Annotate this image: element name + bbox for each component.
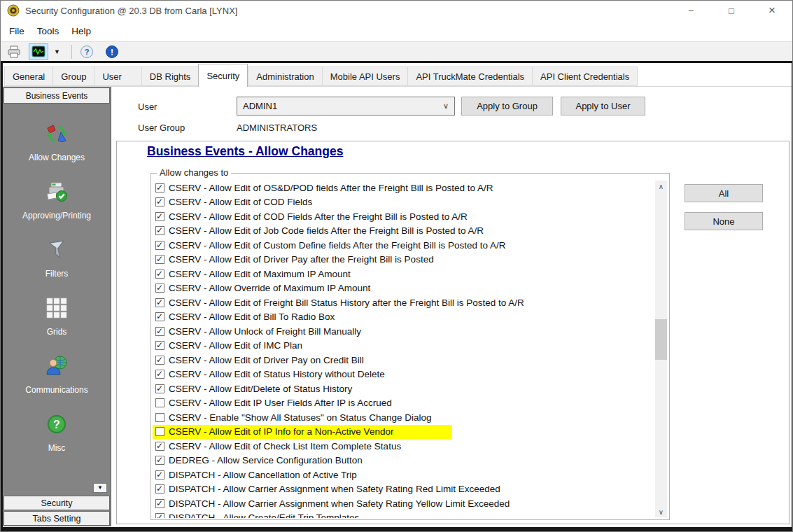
checkbox[interactable]: [155, 183, 164, 192]
list-item[interactable]: CSERV - Allow Edit of Check List Item Co…: [153, 439, 654, 454]
menu-file[interactable]: File: [3, 22, 31, 40]
checkbox[interactable]: [155, 197, 164, 206]
checkbox[interactable]: [155, 327, 164, 336]
list-item[interactable]: CSERV - Enable "Show All Statuses" on St…: [153, 410, 654, 425]
print-button[interactable]: [5, 43, 23, 60]
checkbox[interactable]: [155, 255, 164, 264]
list-item[interactable]: CSERV - Allow Edit of Job Code fields Af…: [153, 224, 654, 239]
list-item-label: CSERV - Allow Edit of IP Info for a Non-…: [169, 426, 393, 437]
scroll-down-icon[interactable]: ∨: [655, 506, 667, 517]
list-item-label: CSERV - Enable "Show All Statuses" on St…: [169, 412, 432, 423]
checkbox[interactable]: [155, 384, 164, 393]
all-button[interactable]: All: [685, 184, 763, 202]
question-icon: ?: [44, 412, 69, 437]
sidebar-item-approving-printing[interactable]: Approving/Printing: [22, 179, 91, 220]
badge-icon: [7, 4, 20, 17]
checkbox[interactable]: [155, 356, 164, 365]
checkbox[interactable]: [155, 212, 164, 221]
tab-mobile-api-users[interactable]: Mobile API Users: [322, 66, 408, 86]
tab-api-client-credentials[interactable]: API Client Credentials: [532, 66, 638, 86]
tab-api-truckmate-credentials[interactable]: API TruckMate Credentials: [407, 66, 532, 86]
checkbox[interactable]: [155, 226, 164, 235]
sidebar-button-tabs-setting[interactable]: Tabs Setting: [3, 511, 110, 526]
list-item[interactable]: DISPATCH - Allow Create/Edit Trip Templa…: [153, 511, 654, 519]
list-item-label: DEDREG - Allow Service Configuration But…: [169, 455, 363, 465]
allow-changes-groupbox: Allow changes to CSERV - Allow Edit of O…: [150, 173, 670, 520]
toolbar-dropdown-arrow-icon[interactable]: ▼: [48, 48, 66, 55]
checkbox[interactable]: [155, 470, 164, 479]
list-item[interactable]: CSERV - Allow Edit of COD Fields After t…: [153, 209, 654, 224]
list-item[interactable]: CSERV - Allow Override of Maximum IP Amo…: [153, 281, 654, 296]
checkbox[interactable]: [155, 241, 164, 250]
sidebar-collapse-arrow-icon[interactable]: ▼: [93, 483, 107, 493]
list-item[interactable]: CSERV - Allow Edit of Driver Pay after t…: [153, 253, 654, 267]
none-button[interactable]: None: [685, 212, 763, 230]
tab-strip: General Group User DB Rights Security Ad…: [3, 63, 792, 87]
sidebar-item-communications[interactable]: Communications: [25, 354, 87, 395]
minimize-button[interactable]: −: [671, 1, 711, 20]
checkbox[interactable]: [155, 370, 164, 379]
list-item[interactable]: CSERV - Allow Edit of Custom Define fiel…: [153, 238, 654, 253]
checkbox[interactable]: [155, 442, 164, 451]
list-item[interactable]: CSERV - Allow Edit of COD Fields: [153, 195, 654, 210]
sidebar-item-filters[interactable]: Filters: [44, 237, 69, 279]
checkbox[interactable]: [155, 484, 164, 493]
sidebar-button-security[interactable]: Security: [3, 496, 110, 510]
checkbox[interactable]: [155, 456, 164, 465]
checkbox[interactable]: [155, 513, 164, 518]
list-item[interactable]: CSERV - Allow Edit IP User Fields After …: [153, 396, 654, 411]
list-scrollbar[interactable]: ∧ ∨: [655, 181, 667, 517]
apply-to-group-button[interactable]: Apply to Group: [461, 97, 553, 115]
close-button[interactable]: ×: [752, 1, 792, 20]
list-item[interactable]: CSERV - Allow Edit of Driver Pay on Cred…: [153, 353, 654, 368]
sidebar-item-grids[interactable]: Grids: [44, 295, 69, 337]
db-monitor-button[interactable]: [29, 43, 48, 60]
list-item[interactable]: CSERV - Allow Edit of Freight Bill Statu…: [153, 295, 654, 310]
scrollbar-thumb[interactable]: [655, 319, 667, 360]
checkbox[interactable]: [155, 427, 164, 436]
sidebar-item-misc[interactable]: ? Misc: [44, 412, 69, 453]
checkbox[interactable]: [155, 312, 164, 321]
list-item[interactable]: CSERV - Allow Edit of Bill To Radio Box: [153, 310, 654, 325]
checkbox[interactable]: [155, 284, 164, 293]
tab-general[interactable]: General: [4, 66, 52, 86]
checkbox[interactable]: [155, 270, 164, 279]
list-item[interactable]: CSERV - Allow Edit of OS&D/POD fields Af…: [153, 181, 654, 195]
user-combobox[interactable]: ADMIN1 ∨: [237, 97, 455, 115]
checkbox[interactable]: [155, 413, 164, 422]
about-button[interactable]: !: [103, 43, 121, 60]
list-item[interactable]: CSERV - Allow Unlock of Freight Bill Man…: [153, 324, 654, 339]
list-item[interactable]: DEDREG - Allow Service Configuration But…: [153, 454, 654, 468]
list-item[interactable]: CSERV - Allow Edit of Maximum IP Amount: [153, 267, 654, 281]
tab-user[interactable]: User: [94, 66, 141, 86]
scroll-up-icon[interactable]: ∧: [655, 181, 667, 192]
checkbox[interactable]: [155, 398, 164, 407]
checkbox[interactable]: [155, 499, 164, 508]
maximize-button[interactable]: □: [711, 1, 752, 20]
sidebar-item-allow-changes[interactable]: Allow Changes: [29, 121, 85, 162]
user-group-value: ADMINISTRATORS: [237, 122, 317, 133]
main-content: User ADMIN1 ∨ Apply to Group Apply to Us…: [111, 87, 792, 526]
menu-tools[interactable]: Tools: [31, 22, 66, 40]
help-icon: ?: [80, 45, 94, 59]
apply-to-user-button[interactable]: Apply to User: [561, 97, 645, 115]
list-item[interactable]: DISPATCH - Allow Carrier Assignment when…: [153, 496, 654, 511]
tab-administration[interactable]: Administration: [248, 66, 321, 86]
list-item-label: CSERV - Allow Edit of Status History wit…: [169, 369, 385, 379]
list-item[interactable]: CSERV - Allow Edit/Delete of Status Hist…: [153, 382, 654, 396]
list-item-label: CSERV - Allow Unlock of Freight Bill Man…: [169, 326, 361, 337]
list-item[interactable]: DISPATCH - Allow Carrier Assignment when…: [153, 482, 654, 497]
tab-db-rights[interactable]: DB Rights: [141, 66, 199, 86]
list-item[interactable]: CSERV - Allow Edit of IP Info for a Non-…: [153, 425, 654, 440]
sidebar-header-business-events[interactable]: Business Events: [3, 88, 110, 104]
tab-group[interactable]: Group: [52, 66, 94, 86]
list-item[interactable]: CSERV - Allow Edit of Status History wit…: [153, 368, 654, 382]
checkbox[interactable]: [155, 298, 164, 307]
menu-help[interactable]: Help: [65, 22, 97, 40]
list-item[interactable]: CSERV - Allow Edit of IMC Plan: [153, 339, 654, 354]
tab-security[interactable]: Security: [198, 64, 248, 87]
list-item[interactable]: DISPATCH - Allow Cancellation of Active …: [153, 468, 654, 482]
sidebar-item-label: Approving/Printing: [22, 211, 91, 220]
checkbox[interactable]: [155, 341, 164, 350]
help-button[interactable]: ?: [78, 43, 96, 60]
